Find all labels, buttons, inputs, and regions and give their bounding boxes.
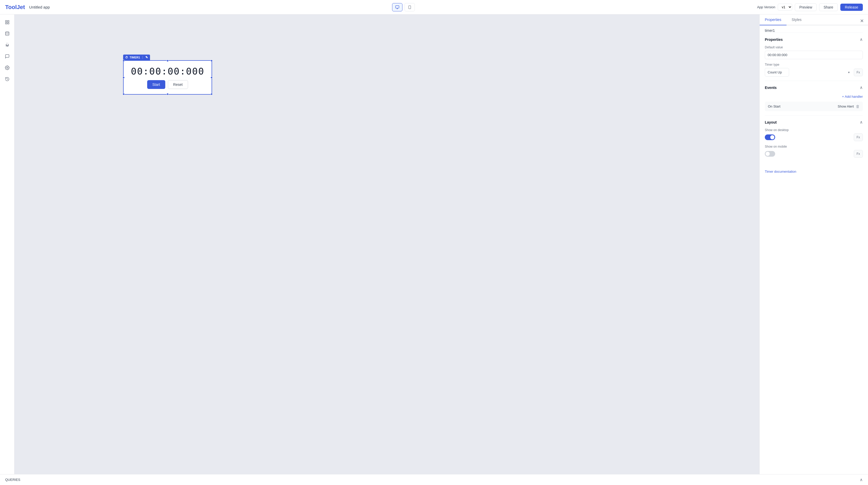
show-desktop-row: Fx <box>765 133 863 141</box>
history-icon[interactable] <box>3 74 12 84</box>
timer-buttons: Start Reset <box>147 80 188 89</box>
canvas-inner: ⏱ TIMER1 ✎ 00:00:00:000 Start Reset <box>14 14 760 474</box>
timer-label: TIMER1 <box>130 56 140 59</box>
show-mobile-toggle-group <box>765 151 775 157</box>
timer-edit-icon[interactable]: ✎ <box>145 56 148 59</box>
event-delete-btn[interactable]: 🗑 <box>856 104 860 108</box>
event-row: On Start Show Alert 🗑 <box>765 102 863 111</box>
show-mobile-toggle[interactable] <box>765 151 775 157</box>
events-section-title: Events <box>765 86 777 90</box>
left-sidebar <box>0 14 14 474</box>
svg-rect-4 <box>5 23 7 24</box>
svg-point-6 <box>5 32 9 33</box>
database-icon[interactable] <box>3 29 12 38</box>
mobile-device-btn[interactable] <box>404 3 415 11</box>
bottom-bar: QUERIES ∧ <box>0 474 868 485</box>
bug-icon[interactable] <box>3 40 12 50</box>
timer-label-bar: ⏱ TIMER1 ✎ <box>123 55 150 60</box>
panel-tabs: Properties Styles <box>760 14 868 25</box>
topbar-right: App Version v1 Preview Share Release <box>757 3 863 11</box>
panel-widget-name: timer1 <box>760 25 868 33</box>
timer-type-chevron: ▾ <box>848 71 850 74</box>
timer-type-select[interactable]: Count Up Count Down <box>765 68 789 76</box>
timer-start-button[interactable]: Start <box>147 80 165 89</box>
show-desktop-fx-btn[interactable]: Fx <box>854 133 863 141</box>
layout-collapse-btn[interactable]: ∧ <box>860 120 863 125</box>
topbar-left: ToolJet Untitled app <box>5 4 50 10</box>
svg-point-7 <box>6 67 8 68</box>
show-desktop-slider <box>765 134 775 140</box>
timer-type-fx-button[interactable]: Fx <box>854 68 863 76</box>
svg-rect-5 <box>7 23 9 24</box>
events-collapse-btn[interactable]: ∧ <box>860 85 863 90</box>
svg-rect-0 <box>396 6 399 8</box>
properties-section: Properties ∧ Default value Timer type Co… <box>760 33 868 80</box>
events-section-header: Events ∧ <box>765 85 863 90</box>
tab-styles[interactable]: Styles <box>786 14 807 25</box>
event-action-row: Show Alert 🗑 <box>838 104 860 108</box>
timer-widget: 00:00:00:000 Start Reset <box>123 60 212 95</box>
resize-handle-mr[interactable] <box>211 76 213 78</box>
timer-display: 00:00:00:000 <box>131 66 204 76</box>
layout-section-header: Layout ∧ <box>765 120 863 125</box>
event-trigger: On Start <box>768 104 780 108</box>
add-handler-link[interactable]: + Add handler <box>765 94 863 100</box>
resize-handle-bl[interactable] <box>123 93 125 95</box>
svg-rect-2 <box>5 21 7 22</box>
panel-close-button[interactable]: ✕ <box>860 18 864 24</box>
app-title: Untitled app <box>29 5 50 9</box>
device-switcher <box>392 3 415 11</box>
default-value-input[interactable] <box>765 51 863 59</box>
logo: ToolJet <box>5 4 25 10</box>
queries-toggle-btn[interactable]: ∧ <box>860 477 863 482</box>
default-value-label: Default value <box>765 45 863 49</box>
layout-section: Layout ∧ Show on desktop Fx Show on mobi… <box>760 116 868 165</box>
timer-type-label: Timer type <box>765 63 863 66</box>
version-select[interactable]: v1 <box>778 4 792 10</box>
app-version-label: App Version <box>757 5 775 9</box>
pages-icon[interactable] <box>3 18 12 27</box>
show-desktop-toggle[interactable] <box>765 134 775 140</box>
show-mobile-fx-btn[interactable]: Fx <box>854 150 863 158</box>
show-desktop-toggle-group <box>765 134 775 140</box>
timer-widget-wrapper: ⏱ TIMER1 ✎ 00:00:00:000 Start Reset <box>123 55 212 95</box>
timer-doc-link[interactable]: Timer documentation <box>760 165 868 177</box>
show-mobile-label: Show on mobile <box>765 145 863 149</box>
timer-clock-icon: ⏱ <box>125 56 128 59</box>
show-mobile-slider <box>765 151 775 157</box>
events-section: Events ∧ + Add handler On Start Show Ale… <box>760 81 868 115</box>
queries-label: QUERIES <box>5 478 21 482</box>
timer-reset-button[interactable]: Reset <box>168 80 188 89</box>
properties-section-title: Properties <box>765 37 783 42</box>
resize-handle-br[interactable] <box>211 93 213 95</box>
comments-icon[interactable] <box>3 52 12 61</box>
svg-rect-3 <box>7 21 9 22</box>
properties-section-header: Properties ∧ <box>765 37 863 42</box>
settings-icon[interactable] <box>3 63 12 72</box>
timer-type-row: Count Up Count Down ▾ Fx <box>765 68 863 76</box>
resize-handle-bc[interactable] <box>166 93 168 95</box>
show-mobile-row: Fx <box>765 150 863 158</box>
canvas: ⏱ TIMER1 ✎ 00:00:00:000 Start Reset <box>14 14 760 474</box>
resize-handle-tr[interactable] <box>211 60 213 62</box>
preview-button[interactable]: Preview <box>795 3 816 11</box>
event-action: Show Alert <box>838 104 854 108</box>
resize-handle-tc[interactable] <box>166 60 168 62</box>
right-panel: Properties Styles ✕ timer1 Properties ∧ … <box>760 14 868 474</box>
layout-section-title: Layout <box>765 120 777 124</box>
show-desktop-label: Show on desktop <box>765 128 863 132</box>
resize-handle-tl[interactable] <box>123 60 125 62</box>
tab-properties[interactable]: Properties <box>760 14 786 25</box>
topbar: ToolJet Untitled app App Version v1 Prev… <box>0 0 868 14</box>
resize-handle-ml[interactable] <box>123 76 125 78</box>
desktop-device-btn[interactable] <box>392 3 402 11</box>
release-button[interactable]: Release <box>840 4 863 11</box>
share-button[interactable]: Share <box>819 3 837 11</box>
properties-collapse-btn[interactable]: ∧ <box>860 37 863 42</box>
